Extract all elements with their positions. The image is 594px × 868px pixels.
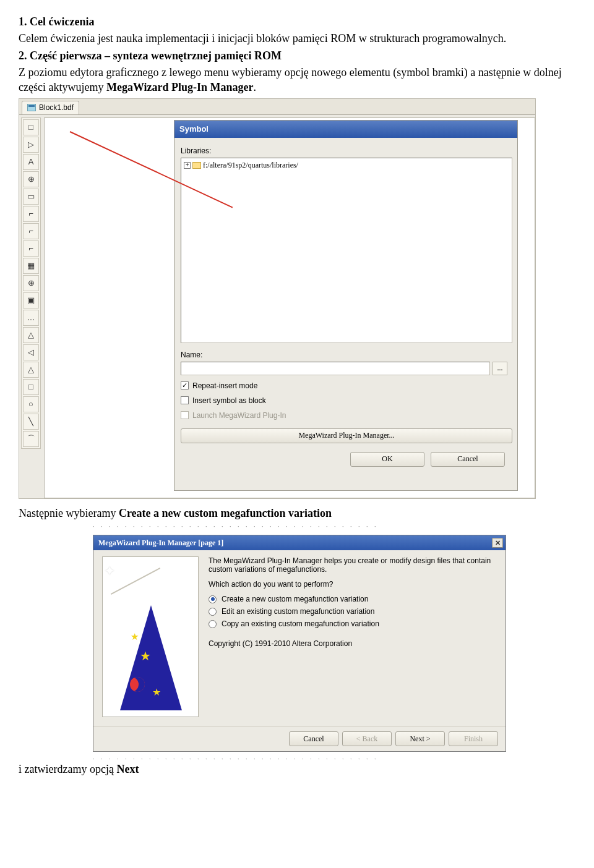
paragraph: i zatwierdzamy opcją Next: [19, 762, 575, 777]
wizard-question: Which action do you want to perform?: [209, 580, 497, 589]
bdf-file-icon: [27, 104, 36, 111]
tool-button[interactable]: ╲: [23, 414, 39, 430]
checkbox-icon: ✓: [181, 381, 189, 389]
tool-button[interactable]: ⌐: [23, 206, 39, 222]
tool-button[interactable]: ⊕: [23, 275, 39, 291]
tab-block1-bdf[interactable]: Block1.bdf: [22, 101, 79, 114]
text-bold: Next: [116, 763, 139, 775]
tool-button[interactable]: ▦: [23, 258, 39, 274]
text-bold: MegaWizard Plug-In Manager: [106, 81, 254, 93]
dialog-title: MegaWizard Plug-In Manager [page 1]: [98, 538, 223, 548]
editor-tabbar: Block1.bdf: [19, 99, 535, 115]
tool-button[interactable]: ○: [23, 396, 39, 412]
tab-label: Block1.bdf: [39, 103, 74, 112]
heading-2: 2. Część pierwsza – synteza wewnętrznej …: [19, 49, 575, 63]
cancel-button[interactable]: Cancel: [289, 731, 338, 746]
checkbox-repeat-insert[interactable]: ✓ Repeat-insert mode: [181, 381, 517, 390]
cancel-button[interactable]: Cancel: [431, 452, 505, 467]
text: i zatwierdzamy opcją: [19, 763, 116, 775]
megawizard-button[interactable]: MegaWizard Plug-In Manager...: [181, 428, 512, 443]
tool-button[interactable]: ▷: [23, 137, 39, 153]
wizard-illustration: ✦ ★ ★ ★: [102, 556, 199, 717]
checkbox-icon: [181, 411, 189, 419]
finish-button: Finish: [449, 731, 498, 746]
dialog-titlebar: Symbol: [174, 121, 517, 138]
expand-icon[interactable]: +: [184, 162, 191, 169]
tool-button[interactable]: ⊕: [23, 171, 39, 187]
checkbox-label: Launch MegaWizard Plug-In: [192, 411, 286, 420]
paragraph: Z poziomu edytora graficznego z lewego m…: [19, 66, 575, 95]
libraries-label: Libraries:: [181, 147, 517, 155]
tool-button[interactable]: …: [23, 310, 39, 326]
name-label: Name:: [181, 351, 517, 359]
radio-label: Copy an existing custom megafunction var…: [222, 619, 379, 628]
tool-button[interactable]: △: [23, 327, 39, 343]
screenshot-megawizard-page1: MegaWizard Plug-In Manager [page 1] ✕ ✦ …: [93, 535, 506, 752]
radio-create-new[interactable]: Create a new custom megafunction variati…: [209, 595, 497, 603]
paragraph: Celem ćwiczenia jest nauka implementacji…: [19, 32, 575, 46]
tool-button[interactable]: ⌐: [23, 223, 39, 239]
checkbox-insert-as-block[interactable]: Insert symbol as block: [181, 396, 517, 405]
tree-item[interactable]: + f:/altera/91sp2/quartus/libraries/: [184, 161, 509, 170]
symbol-dialog: Symbol Libraries: + f:/altera/91sp2/quar…: [174, 120, 518, 491]
checkbox-label: Insert symbol as block: [192, 396, 266, 405]
ruler-decoration: · · · · · · · · · · · · · · · · · · · · …: [93, 755, 506, 762]
checkbox-icon: [181, 396, 189, 404]
checkbox-launch-megawizard: Launch MegaWizard Plug-In: [181, 411, 517, 420]
next-button[interactable]: Next >: [395, 731, 445, 746]
radio-copy-existing[interactable]: Copy an existing custom megafunction var…: [209, 619, 497, 628]
paragraph: Następnie wybieramy Create a new custom …: [19, 506, 575, 521]
tool-button[interactable]: ◁: [23, 344, 39, 360]
screenshot-quartus-symbol-dialog: Block1.bdf □ ▷ A ⊕ ▭ ⌐ ⌐ ⌐ ▦ ⊕ ▣ … △ ◁ △…: [19, 98, 536, 499]
text: Z poziomu edytora graficznego z lewego m…: [19, 66, 562, 93]
wizard-intro: The MegaWizard Plug-In Manager helps you…: [209, 556, 497, 574]
editor-toolstrip: □ ▷ A ⊕ ▭ ⌐ ⌐ ⌐ ▦ ⊕ ▣ … △ ◁ △ □ ○ ╲ ⌒: [21, 117, 41, 449]
radio-edit-existing[interactable]: Edit an existing custom megafunction var…: [209, 607, 497, 616]
checkbox-label: Repeat-insert mode: [192, 381, 257, 390]
tool-button[interactable]: □: [23, 119, 39, 135]
text: Następnie wybieramy: [19, 507, 119, 519]
browse-button[interactable]: ...: [493, 362, 507, 375]
back-button: < Back: [342, 731, 392, 746]
text-bold: Create a new custom megafunction variati…: [119, 507, 332, 519]
ruler-decoration: · · · · · · · · · · · · · · · · · · · · …: [93, 523, 506, 530]
folder-icon: [192, 162, 201, 169]
name-input[interactable]: [181, 362, 490, 375]
radio-icon: [209, 620, 217, 628]
tool-button[interactable]: □: [23, 379, 39, 395]
libraries-tree[interactable]: + f:/altera/91sp2/quartus/libraries/: [181, 158, 512, 343]
tool-button[interactable]: ⌐: [23, 240, 39, 257]
tool-button[interactable]: ▭: [23, 189, 39, 205]
radio-icon: [209, 608, 217, 616]
radio-label: Create a new custom megafunction variati…: [222, 595, 368, 603]
tool-button[interactable]: ⌒: [23, 431, 39, 447]
ok-button[interactable]: OK: [350, 452, 424, 467]
tree-item-label: f:/altera/91sp2/quartus/libraries/: [203, 161, 298, 170]
close-icon[interactable]: ✕: [492, 538, 503, 548]
radio-label: Edit an existing custom megafunction var…: [222, 607, 374, 616]
tool-button[interactable]: ▣: [23, 292, 39, 308]
radio-icon: [209, 595, 217, 603]
tool-button[interactable]: △: [23, 362, 39, 378]
heading-1: 1. Cel ćwiczenia: [19, 15, 575, 29]
text: .: [254, 81, 257, 93]
tool-button[interactable]: A: [23, 154, 39, 170]
copyright-text: Copyright (C) 1991-2010 Altera Corporati…: [209, 639, 497, 648]
